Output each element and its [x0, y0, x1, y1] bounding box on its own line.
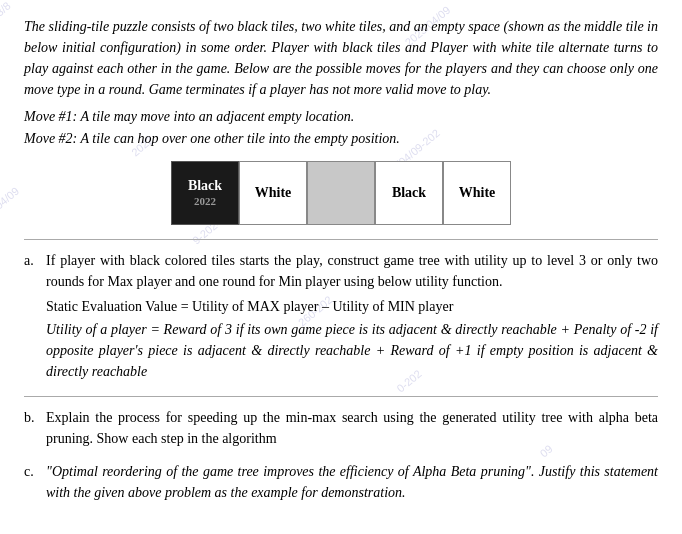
- question-c-label: c.: [24, 461, 46, 482]
- question-a-label: a.: [24, 250, 46, 271]
- tile-black-2: Black: [375, 161, 443, 225]
- move1-line: Move #1: A tile may move into an adjacen…: [24, 106, 658, 128]
- question-c: c. "Optimal reordering of the game tree …: [24, 461, 658, 503]
- tile-black-1: Black 2022: [171, 161, 239, 225]
- question-a-text-intro: If player with black colored tiles start…: [46, 253, 658, 289]
- question-a: a. If player with black colored tiles st…: [24, 250, 658, 382]
- tile-empty: [307, 161, 375, 225]
- tile-grid: Black 2022 White Black White: [24, 161, 658, 225]
- tile-label-black1: Black: [188, 178, 222, 194]
- divider-b: [24, 396, 658, 397]
- watermark: 3/04/09: [0, 185, 21, 218]
- tile-year-black1: 2022: [194, 195, 216, 207]
- tile-label-white1: White: [255, 185, 292, 201]
- tile-label-white2: White: [459, 185, 496, 201]
- tile-label-black2: Black: [392, 185, 426, 201]
- watermark: 23/8: [0, 0, 13, 22]
- tile-white-2: White: [443, 161, 511, 225]
- question-b-body: Explain the process for speeding up the …: [46, 407, 658, 449]
- questions-list: a. If player with black colored tiles st…: [24, 250, 658, 503]
- question-c-text: "Optimal reordering of the game tree imp…: [46, 464, 658, 500]
- question-b-text: Explain the process for speeding up the …: [46, 410, 658, 446]
- move2-line: Move #2: A tile can hop over one other t…: [24, 128, 658, 150]
- question-b-label: b.: [24, 407, 46, 428]
- question-c-body: "Optimal reordering of the game tree imp…: [46, 461, 658, 503]
- divider: [24, 239, 658, 240]
- intro-paragraph: The sliding-tile puzzle consists of two …: [24, 16, 658, 100]
- question-a-utility-title: Static Evaluation Value = Utility of MAX…: [46, 296, 658, 317]
- question-a-utility-body: Utility of a player = Reward of 3 if its…: [46, 322, 658, 379]
- tile-white-1: White: [239, 161, 307, 225]
- question-a-body: If player with black colored tiles start…: [46, 250, 658, 382]
- question-b: b. Explain the process for speeding up t…: [24, 407, 658, 449]
